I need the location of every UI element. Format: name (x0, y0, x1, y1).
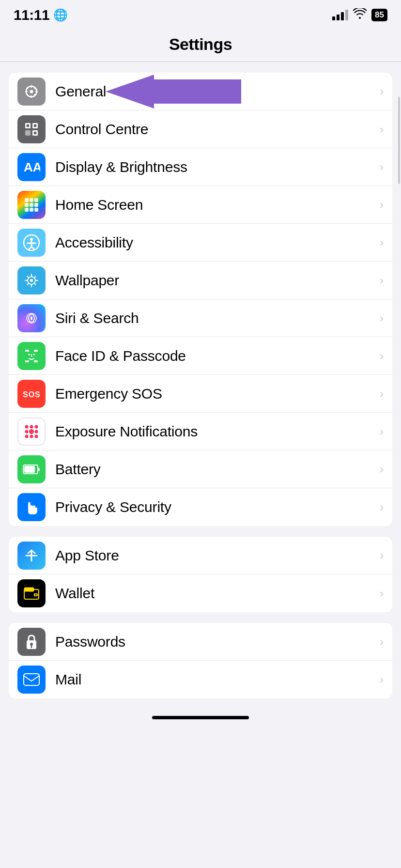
chevron-mail: › (380, 673, 384, 686)
privacy-icon (17, 493, 46, 521)
settings-row-face-id[interactable]: Face ID & Passcode › (9, 337, 392, 375)
svg-text:SOS: SOS (23, 390, 41, 399)
face-id-label: Face ID & Passcode (55, 348, 380, 364)
emergency-sos-label: Emergency SOS (55, 386, 380, 402)
general-icon (17, 78, 46, 106)
settings-row-control-centre[interactable]: Control Centre › (9, 110, 392, 148)
svg-rect-3 (31, 95, 32, 98)
chevron-display: › (380, 160, 384, 174)
exposure-icon (17, 418, 46, 446)
settings-row-passwords[interactable]: Passwords › (9, 623, 392, 661)
svg-rect-21 (30, 198, 33, 202)
passwords-label: Passwords (55, 634, 380, 650)
settings-row-home-screen[interactable]: Home Screen › (9, 186, 392, 224)
wallet-label: Wallet (55, 585, 380, 602)
status-time: 11:11 (14, 7, 49, 23)
settings-group-apps2: Passwords › Mail › (9, 623, 392, 698)
settings-row-privacy[interactable]: Privacy & Security › (9, 488, 392, 526)
svg-rect-78 (24, 674, 39, 685)
face-id-icon (17, 342, 46, 370)
accessibility-label: Accessibility (55, 234, 380, 251)
svg-point-60 (29, 429, 34, 434)
svg-line-34 (31, 247, 34, 249)
settings-row-general[interactable]: General › (9, 73, 392, 110)
mail-label: Mail (55, 671, 380, 688)
chevron-accessibility: › (380, 236, 384, 249)
accessibility-icon (17, 229, 46, 257)
status-bar: 11:11 🌐 85 (0, 0, 401, 28)
svg-point-57 (30, 425, 33, 428)
settings-group-apps1: App Store › Wallet › (9, 537, 392, 612)
settings-row-battery[interactable]: Battery › (9, 450, 392, 488)
svg-rect-51 (34, 360, 38, 362)
svg-text:AA: AA (24, 160, 40, 174)
chevron-wallet: › (380, 587, 384, 600)
display-label: Display & Brightness (55, 159, 380, 175)
svg-point-63 (30, 434, 33, 438)
status-icons: 85 (332, 8, 387, 22)
svg-point-59 (25, 430, 29, 433)
settings-row-mail[interactable]: Mail › (9, 661, 392, 698)
svg-rect-48 (25, 350, 29, 352)
siri-icon (17, 304, 46, 332)
settings-row-emergency-sos[interactable]: SOS Emergency SOS › (9, 375, 392, 413)
home-screen-icon (17, 191, 46, 219)
settings-row-wallpaper[interactable]: Wallpaper › (9, 262, 392, 299)
control-centre-icon (17, 115, 46, 143)
chevron-emergency-sos: › (380, 387, 384, 401)
svg-line-43 (28, 283, 29, 284)
emergency-sos-icon: SOS (17, 380, 46, 408)
svg-rect-23 (25, 203, 29, 207)
chevron-battery: › (380, 463, 384, 476)
nav-header: Settings (0, 28, 401, 62)
signal-icon (332, 10, 348, 20)
svg-point-18 (34, 131, 37, 134)
svg-point-53 (33, 354, 35, 356)
exposure-label: Exposure Notifications (55, 423, 380, 440)
wallpaper-icon (17, 266, 46, 294)
svg-line-42 (34, 283, 36, 284)
svg-rect-4 (25, 91, 28, 92)
svg-point-36 (30, 279, 33, 282)
svg-point-64 (35, 434, 38, 438)
svg-rect-25 (34, 203, 38, 207)
svg-rect-49 (34, 350, 38, 352)
svg-rect-24 (30, 203, 33, 207)
siri-label: Siri & Search (55, 310, 380, 326)
wallpaper-label: Wallpaper (55, 272, 380, 289)
chevron-exposure: › (380, 425, 384, 438)
home-screen-label: Home Screen (55, 197, 380, 213)
svg-rect-20 (25, 198, 29, 202)
chevron-app-store: › (380, 549, 384, 562)
svg-point-52 (28, 354, 30, 356)
svg-point-30 (30, 238, 33, 241)
settings-group-system: General › Control Cen (9, 73, 392, 526)
svg-rect-22 (34, 198, 38, 202)
settings-row-accessibility[interactable]: Accessibility › (9, 224, 392, 262)
svg-point-16 (27, 124, 30, 127)
svg-point-61 (35, 430, 38, 433)
svg-point-56 (25, 425, 29, 428)
settings-row-siri[interactable]: Siri & Search › (9, 299, 392, 337)
svg-line-41 (28, 276, 29, 278)
svg-rect-27 (30, 208, 33, 212)
wallet-icon (17, 579, 46, 607)
settings-row-wallet[interactable]: Wallet › (9, 574, 392, 612)
home-bar (152, 716, 249, 719)
svg-point-17 (34, 124, 37, 127)
home-indicator (0, 709, 401, 724)
svg-rect-67 (24, 466, 35, 473)
svg-point-58 (35, 425, 38, 428)
settings-row-app-store[interactable]: App Store › (9, 537, 392, 574)
wifi-icon (353, 8, 367, 22)
chevron-passwords: › (380, 635, 384, 649)
globe-icon: 🌐 (53, 8, 68, 22)
settings-row-exposure[interactable]: Exposure Notifications › (9, 413, 392, 450)
settings-row-display[interactable]: AA Display & Brightness › (9, 148, 392, 186)
svg-rect-5 (35, 91, 38, 92)
scrollbar[interactable] (398, 97, 400, 184)
svg-point-74 (35, 594, 37, 596)
chevron-face-id: › (380, 349, 384, 363)
svg-rect-71 (24, 588, 34, 591)
chevron-privacy: › (380, 500, 384, 514)
